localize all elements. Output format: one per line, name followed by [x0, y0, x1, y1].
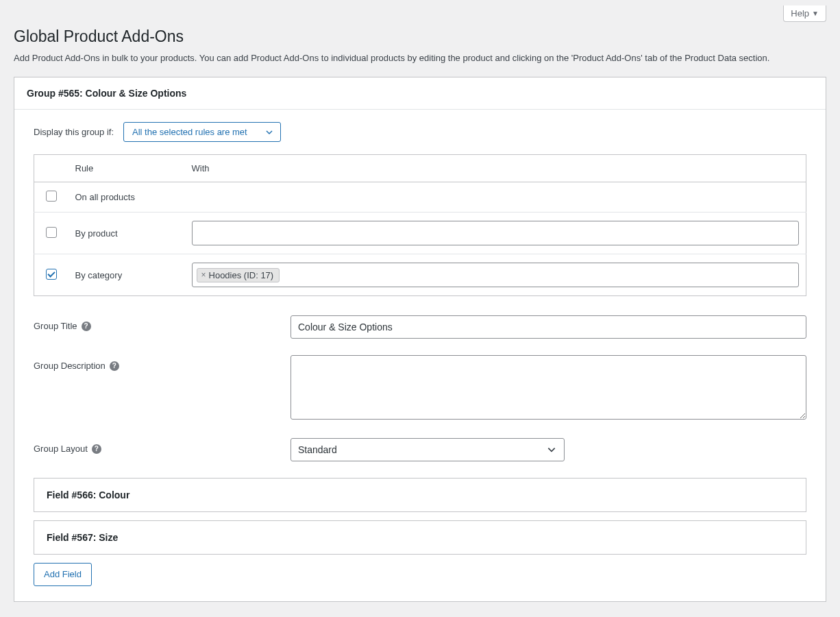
help-icon[interactable]: ?: [110, 361, 119, 371]
group-panel: Group #565: Colour & Size Options Displa…: [14, 77, 826, 602]
rule-checkbox-by-product[interactable]: [46, 227, 57, 238]
page-title: Global Product Add-Ons: [14, 27, 826, 46]
rule-label-by-category: By category: [69, 254, 185, 296]
rules-header-with: With: [185, 155, 806, 182]
caret-down-icon: ▼: [812, 10, 819, 17]
by-category-input[interactable]: × Hoodies (ID: 17): [192, 263, 800, 287]
group-description-input[interactable]: [291, 355, 806, 420]
rule-label-all-products: On all products: [69, 182, 185, 213]
help-button[interactable]: Help ▼: [783, 5, 826, 22]
rule-row-by-product: By product: [34, 213, 806, 254]
page-description: Add Product Add-Ons in bulk to your prod…: [14, 53, 826, 63]
group-layout-value: Standard: [298, 444, 337, 455]
help-icon[interactable]: ?: [82, 322, 91, 331]
group-layout-label: Group Layout: [34, 444, 88, 454]
group-description-label: Group Description: [34, 361, 106, 371]
rule-row-all-products: On all products: [34, 182, 806, 213]
group-header: Group #565: Colour & Size Options: [14, 77, 826, 110]
rules-table: Rule With On all products By product: [34, 154, 806, 296]
remove-tag-icon[interactable]: ×: [201, 270, 206, 280]
help-button-label: Help: [791, 8, 809, 19]
rule-row-by-category: By category × Hoodies (ID: 17): [34, 254, 806, 296]
rules-header-checkbox: [34, 155, 69, 182]
rule-checkbox-all-products[interactable]: [46, 191, 57, 202]
rule-label-by-product: By product: [69, 213, 185, 254]
rules-header-rule: Rule: [69, 155, 185, 182]
field-box[interactable]: Field #567: Size: [34, 520, 806, 555]
display-condition-value: All the selected rules are met: [132, 127, 247, 137]
field-box[interactable]: Field #566: Colour: [34, 478, 806, 512]
category-tag: × Hoodies (ID: 17): [197, 268, 280, 282]
group-layout-select[interactable]: Standard: [291, 438, 565, 461]
group-title-label: Group Title: [34, 321, 77, 331]
help-icon[interactable]: ?: [92, 444, 101, 454]
display-condition-label: Display this group if:: [34, 127, 114, 137]
display-condition-select[interactable]: All the selected rules are met: [123, 122, 281, 142]
add-field-button[interactable]: Add Field: [34, 563, 92, 586]
rule-checkbox-by-category[interactable]: [46, 269, 57, 280]
chevron-down-icon: [265, 128, 273, 136]
group-title-input[interactable]: [291, 315, 806, 339]
category-tag-label: Hoodies (ID: 17): [209, 270, 274, 280]
by-product-input[interactable]: [192, 221, 800, 245]
